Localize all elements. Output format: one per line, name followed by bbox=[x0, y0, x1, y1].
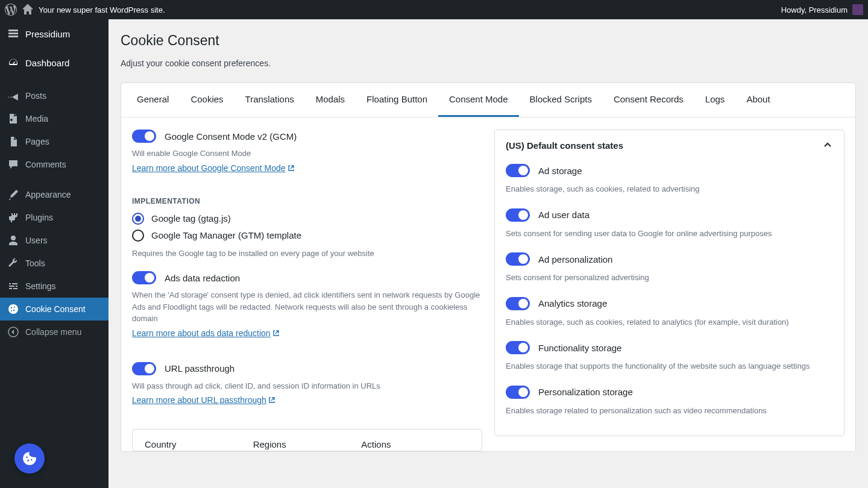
tab-blocked-scripts[interactable]: Blocked Scripts bbox=[519, 83, 603, 117]
functionality-storage-toggle[interactable] bbox=[506, 341, 530, 354]
svg-rect-1 bbox=[8, 33, 18, 34]
tab-consent-mode[interactable]: Consent Mode bbox=[438, 83, 519, 117]
impl-gtm-radio[interactable]: Google Tag Manager (GTM) template bbox=[132, 230, 482, 242]
tab-cookies[interactable]: Cookies bbox=[180, 83, 234, 117]
sidebar-item-users[interactable]: Users bbox=[0, 229, 108, 252]
sidebar-item-appearance[interactable]: Appearance bbox=[0, 183, 108, 206]
sidebar-item-posts[interactable]: Posts bbox=[0, 84, 108, 107]
sidebar-item-pressidium[interactable]: Pressidium bbox=[0, 19, 108, 48]
avatar[interactable] bbox=[852, 4, 863, 15]
sliders-icon bbox=[7, 280, 19, 292]
gcm-toggle[interactable] bbox=[132, 130, 156, 143]
page-subtitle: Adjust your cookie consent preferences. bbox=[121, 58, 856, 68]
ad-user-data-toggle[interactable] bbox=[506, 208, 530, 222]
settings-panel: General Cookies Translations Modals Floa… bbox=[121, 83, 856, 452]
sidebar-item-media[interactable]: Media bbox=[0, 107, 108, 130]
ad-storage-toggle[interactable] bbox=[506, 164, 530, 177]
impl-gtag-radio[interactable]: Google tag (gtag.js) bbox=[132, 213, 482, 225]
tab-floating-button[interactable]: Floating Button bbox=[356, 83, 438, 117]
cookie-fab-icon bbox=[22, 451, 37, 466]
pin-icon bbox=[7, 90, 19, 102]
sidebar-item-settings[interactable]: Settings bbox=[0, 275, 108, 298]
svg-point-5 bbox=[14, 307, 15, 308]
ads-redaction-toggle[interactable] bbox=[132, 271, 156, 284]
page-icon bbox=[7, 136, 19, 148]
brush-icon bbox=[7, 189, 19, 201]
analytics-storage-toggle[interactable] bbox=[506, 297, 530, 310]
user-icon bbox=[7, 234, 19, 246]
wrench-icon bbox=[7, 257, 19, 269]
card-title: (US) Default consent states bbox=[506, 140, 623, 151]
tabs: General Cookies Translations Modals Floa… bbox=[121, 83, 855, 117]
home-icon[interactable] bbox=[22, 4, 34, 16]
main-content: Cookie Consent Adjust your cookie consen… bbox=[108, 19, 868, 488]
col-country: Country bbox=[145, 439, 253, 449]
col-regions: Regions bbox=[253, 439, 362, 449]
chevron-up-icon bbox=[822, 140, 833, 151]
external-link-icon bbox=[288, 164, 295, 172]
sidebar-item-tools[interactable]: Tools bbox=[0, 252, 108, 275]
svg-point-4 bbox=[11, 307, 12, 308]
svg-point-9 bbox=[26, 456, 28, 458]
radio-checked-icon bbox=[132, 213, 144, 225]
ad-personalization-toggle[interactable] bbox=[506, 252, 530, 266]
admin-sidebar: Pressidium Dashboard Posts Media Pages C… bbox=[0, 19, 108, 488]
sidebar-item-plugins[interactable]: Plugins bbox=[0, 206, 108, 229]
card-header[interactable]: (US) Default consent states bbox=[495, 130, 844, 160]
url-passthrough-label: URL passthrough bbox=[165, 363, 234, 374]
tab-translations[interactable]: Translations bbox=[234, 83, 305, 117]
comment-icon bbox=[7, 158, 19, 170]
gcm-desc: Will enable Google Consent Mode bbox=[132, 148, 482, 160]
url-passthrough-desc: Will pass through ad click, client ID, a… bbox=[132, 380, 482, 392]
svg-point-6 bbox=[13, 310, 14, 311]
impl-desc: Requires the Google tag to be installed … bbox=[132, 248, 482, 260]
site-name[interactable]: Your new super fast WordPress site. bbox=[39, 5, 165, 14]
svg-point-3 bbox=[8, 304, 18, 314]
sidebar-item-dashboard[interactable]: Dashboard bbox=[0, 48, 108, 77]
cookie-icon bbox=[7, 303, 19, 315]
greeting[interactable]: Howdy, Pressidium bbox=[781, 5, 848, 14]
col-actions: Actions bbox=[361, 439, 470, 449]
sidebar-collapse[interactable]: Collapse menu bbox=[0, 321, 108, 343]
external-link-icon bbox=[272, 330, 280, 337]
dashboard-icon bbox=[7, 57, 19, 69]
tab-modals[interactable]: Modals bbox=[305, 83, 356, 117]
external-link-icon bbox=[268, 396, 275, 404]
svg-point-11 bbox=[31, 459, 32, 460]
svg-point-7 bbox=[11, 310, 12, 311]
tab-general[interactable]: General bbox=[126, 83, 180, 117]
gcm-link[interactable]: Learn more about Google Consent Mode bbox=[132, 163, 295, 173]
sidebar-item-pages[interactable]: Pages bbox=[0, 130, 108, 153]
collapse-icon bbox=[7, 326, 19, 338]
wordpress-icon[interactable] bbox=[5, 4, 17, 16]
plug-icon bbox=[7, 211, 19, 224]
admin-bar: Your new super fast WordPress site. Howd… bbox=[0, 0, 868, 19]
svg-point-10 bbox=[27, 460, 29, 461]
svg-rect-0 bbox=[8, 30, 18, 31]
default-consent-card: (US) Default consent states Ad storage E… bbox=[494, 130, 844, 436]
ads-redaction-link[interactable]: Learn more about ads data reduction bbox=[132, 328, 280, 338]
media-icon bbox=[7, 113, 19, 125]
implementation-heading: IMPLEMENTATION bbox=[132, 197, 482, 205]
sidebar-item-cookie-consent[interactable]: Cookie Consent bbox=[0, 298, 108, 321]
radio-unchecked-icon bbox=[132, 230, 144, 242]
floating-cookie-button[interactable] bbox=[14, 443, 45, 474]
url-passthrough-toggle[interactable] bbox=[132, 362, 156, 375]
personalization-storage-toggle[interactable] bbox=[506, 386, 530, 399]
ads-redaction-label: Ads data redaction bbox=[165, 273, 240, 283]
regions-table: Country Regions Actions bbox=[132, 429, 482, 451]
pressidium-icon bbox=[7, 28, 19, 40]
gcm-label: Google Consent Mode v2 (GCM) bbox=[165, 131, 297, 142]
url-passthrough-link[interactable]: Learn more about URL passthrough bbox=[132, 395, 275, 405]
tab-logs[interactable]: Logs bbox=[694, 83, 736, 117]
ads-redaction-desc: When the 'Ad storage' consent type is de… bbox=[132, 289, 482, 325]
tab-consent-records[interactable]: Consent Records bbox=[603, 83, 694, 117]
sidebar-item-comments[interactable]: Comments bbox=[0, 153, 108, 176]
tab-about[interactable]: About bbox=[735, 83, 781, 117]
page-title: Cookie Consent bbox=[121, 33, 856, 49]
svg-rect-2 bbox=[8, 36, 18, 37]
